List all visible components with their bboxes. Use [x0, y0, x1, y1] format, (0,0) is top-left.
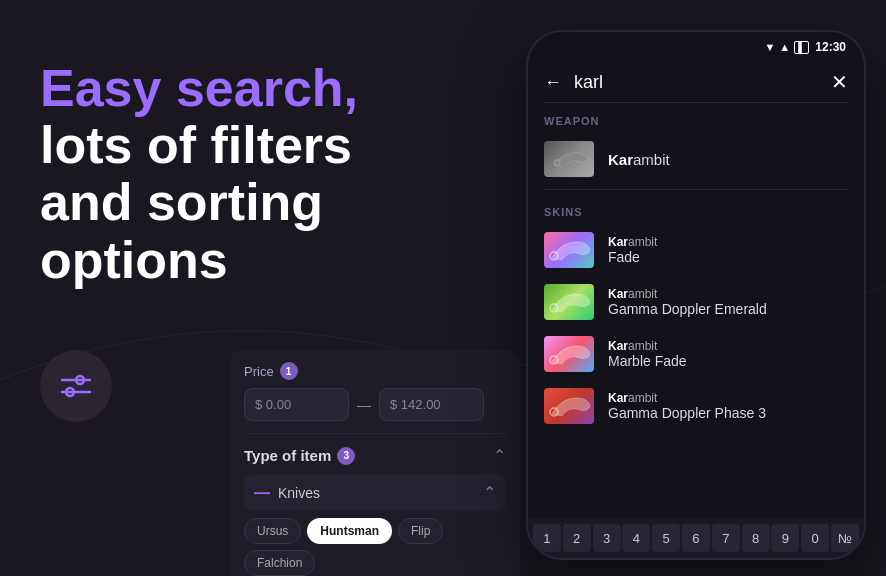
type-badge: 3 [337, 447, 355, 465]
key-1[interactable]: 1 [533, 524, 561, 552]
price-inputs-row: $ 0.00 — $ 142.00 [244, 388, 506, 421]
signal-icon: ▲ [779, 41, 790, 53]
headline-line3: and sorting [40, 173, 323, 231]
skins-section-label: SKINS [528, 194, 864, 224]
price-label-row: Price 1 [244, 362, 506, 380]
tag-ursus[interactable]: Ursus [244, 518, 301, 544]
price-from-input[interactable]: $ 0.00 [244, 388, 349, 421]
phone-mockup: ▼ ▲ ▌ 12:30 ← karl ✕ WEAPON Karambit SKI… [526, 30, 866, 560]
karambit-weapon-icon [547, 145, 591, 173]
knife-tags-container: Ursus Huntsman Flip Falchion [244, 518, 506, 576]
type-chevron-icon[interactable]: ⌃ [493, 446, 506, 465]
skin-variant-gamma: Gamma Doppler Emerald [608, 301, 848, 317]
key-7[interactable]: 7 [712, 524, 740, 552]
back-button[interactable]: ← [544, 72, 562, 93]
weapon-section-label: WEAPON [528, 103, 864, 133]
status-time: 12:30 [815, 40, 846, 54]
knives-chevron-icon[interactable]: ⌃ [483, 483, 496, 502]
knives-label: — Knives [254, 484, 320, 502]
price-dash: — [357, 397, 371, 413]
key-9[interactable]: 9 [771, 524, 799, 552]
price-badge: 1 [280, 362, 298, 380]
karambit-marble-icon [544, 336, 594, 372]
type-section: Type of item 3 ⌃ — Knives ⌃ Ursus Huntsm… [230, 434, 520, 576]
skin-weapon-name-gamma: Karambit [608, 287, 848, 301]
price-to-input[interactable]: $ 142.00 [379, 388, 484, 421]
main-headline: Easy search, lots of filters and sorting… [40, 60, 440, 289]
filter-panel: Price 1 $ 0.00 — $ 142.00 Type of item 3… [230, 350, 520, 576]
skin-image-marble [544, 336, 594, 372]
weapon-name: Karambit [608, 151, 670, 168]
headline-line4: options [40, 231, 228, 289]
weapon-name-rest: ambit [633, 151, 670, 168]
price-section: Price 1 $ 0.00 — $ 142.00 [230, 350, 520, 433]
key-8[interactable]: 8 [742, 524, 770, 552]
status-icons: ▼ ▲ ▌ [764, 41, 809, 54]
skin-info-doppler: Karambit Gamma Doppler Phase 3 [608, 391, 848, 421]
price-label-text: Price [244, 364, 274, 379]
skin-item-fade[interactable]: Karambit Fade [528, 224, 864, 276]
skin-weapon-name-marble: Karambit [608, 339, 848, 353]
knives-row: — Knives ⌃ [244, 475, 506, 510]
key-6[interactable]: 6 [682, 524, 710, 552]
key-0[interactable]: 0 [801, 524, 829, 552]
type-label-text: Type of item [244, 447, 331, 464]
knives-minus-icon[interactable]: — [254, 484, 270, 502]
type-label: Type of item 3 [244, 447, 355, 465]
key-num[interactable]: № [831, 524, 859, 552]
price-label: Price 1 [244, 362, 298, 380]
headline-section: Easy search, lots of filters and sorting… [40, 60, 440, 289]
skin-image-fade [544, 232, 594, 268]
key-3[interactable]: 3 [593, 524, 621, 552]
filter-icon-circle [40, 350, 112, 422]
skin-weapon-name-fade: Karambit [608, 235, 848, 249]
skin-image-doppler [544, 388, 594, 424]
headline-highlight: Easy search, [40, 59, 358, 117]
weapon-name-highlight: Kar [608, 151, 633, 168]
key-5[interactable]: 5 [652, 524, 680, 552]
karambit-gamma-icon [544, 284, 594, 320]
skin-item-gamma[interactable]: Karambit Gamma Doppler Emerald [528, 276, 864, 328]
key-4[interactable]: 4 [622, 524, 650, 552]
skins-section-divider [544, 189, 848, 190]
skin-variant-marble: Marble Fade [608, 353, 848, 369]
wifi-icon: ▼ [764, 41, 775, 53]
search-bar: ← karl ✕ [528, 62, 864, 102]
tag-falchion[interactable]: Falchion [244, 550, 315, 576]
skin-info-fade: Karambit Fade [608, 235, 848, 265]
clear-button[interactable]: ✕ [831, 70, 848, 94]
skin-weapon-name-doppler: Karambit [608, 391, 848, 405]
keyboard-row: 1 2 3 4 5 6 7 8 9 0 № [528, 518, 864, 558]
status-bar: ▼ ▲ ▌ 12:30 [528, 32, 864, 62]
skin-variant-fade: Fade [608, 249, 848, 265]
weapon-image [544, 141, 594, 177]
weapon-item-karambit[interactable]: Karambit [528, 133, 864, 185]
skin-item-marble[interactable]: Karambit Marble Fade [528, 328, 864, 380]
skin-image-gamma [544, 284, 594, 320]
key-2[interactable]: 2 [563, 524, 591, 552]
karambit-fade-icon [544, 232, 594, 268]
skin-info-marble: Karambit Marble Fade [608, 339, 848, 369]
type-label-row: Type of item 3 ⌃ [244, 446, 506, 465]
search-input-text[interactable]: karl [574, 72, 819, 93]
karambit-doppler-icon [544, 388, 594, 424]
filter-lines-icon [58, 372, 94, 400]
headline-line2: lots of filters [40, 116, 352, 174]
skin-info-gamma: Karambit Gamma Doppler Emerald [608, 287, 848, 317]
battery-icon: ▌ [794, 41, 809, 54]
tag-huntsman[interactable]: Huntsman [307, 518, 392, 544]
skin-variant-doppler: Gamma Doppler Phase 3 [608, 405, 848, 421]
tag-flip[interactable]: Flip [398, 518, 443, 544]
skin-item-doppler[interactable]: Karambit Gamma Doppler Phase 3 [528, 380, 864, 432]
knives-label-text: Knives [278, 485, 320, 501]
